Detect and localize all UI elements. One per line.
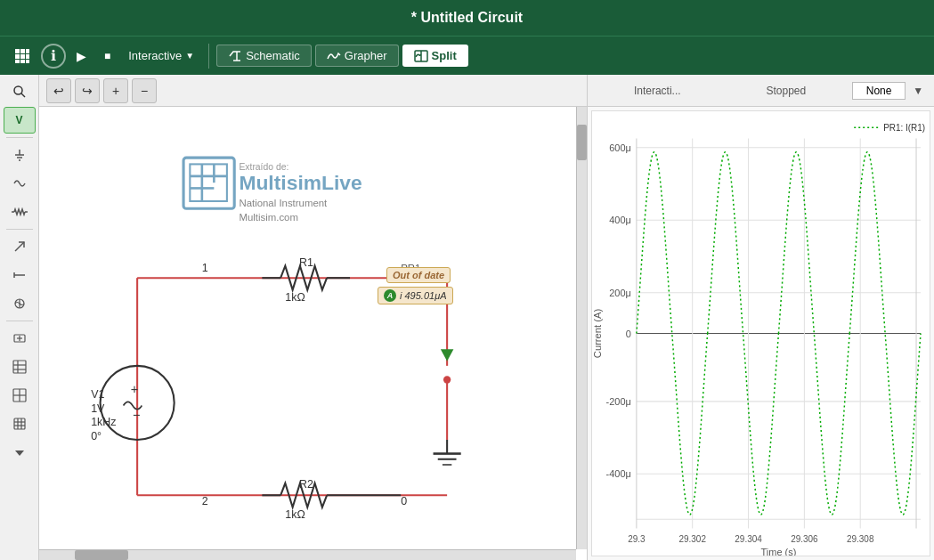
svg-rect-1 — [20, 49, 25, 53]
play-button[interactable]: ▶ — [69, 45, 93, 67]
svg-text:1kΩ: 1kΩ — [285, 508, 305, 521]
toolbar: ℹ ▶ ■ Interactive ▼ Schematic Grapher Sp… — [0, 36, 934, 75]
svg-rect-7 — [20, 60, 25, 63]
redo-button[interactable]: ↪ — [75, 78, 100, 103]
svg-rect-5 — [26, 54, 29, 59]
svg-point-14 — [14, 86, 22, 94]
sidebar-component-1[interactable] — [4, 290, 36, 317]
svg-rect-44 — [190, 164, 227, 201]
tab-grapher[interactable]: Grapher — [315, 45, 399, 67]
svg-text:600μ: 600μ — [609, 142, 631, 153]
probe-status: Out of date — [393, 270, 444, 280]
schematic-area[interactable]: ↩ ↪ + − Ex — [39, 75, 587, 560]
svg-text:National Instrument: National Instrument — [239, 198, 328, 208]
sidebar-arrow-down[interactable] — [4, 439, 36, 466]
svg-marker-78 — [441, 349, 454, 361]
toolbar-separator — [208, 44, 209, 69]
svg-text:V1: V1 — [91, 388, 104, 401]
tab-schematic-label: Schematic — [246, 49, 300, 62]
svg-text:-400μ: -400μ — [606, 468, 631, 479]
sidebar-component-4[interactable] — [4, 410, 36, 437]
svg-marker-42 — [15, 450, 24, 456]
sidebar-component-3[interactable] — [4, 382, 36, 409]
grapher-content: PR1: I(R1) Current (A) — [591, 110, 930, 556]
tab-split[interactable]: Split — [402, 45, 468, 67]
svg-line-22 — [15, 242, 24, 251]
svg-text:0°: 0° — [91, 430, 102, 442]
sidebar-wire[interactable] — [4, 262, 36, 288]
probe-indicator: A — [384, 289, 396, 302]
remove-element-button[interactable]: − — [132, 78, 157, 103]
svg-text:0: 0 — [626, 328, 631, 338]
svg-text:29.302: 29.302 — [678, 534, 706, 544]
svg-rect-37 — [14, 418, 25, 429]
add-element-button[interactable]: + — [103, 78, 128, 103]
undo-button[interactable]: ↩ — [46, 78, 71, 103]
title-bar: * Untitled Circuit — [0, 0, 934, 36]
svg-text:29.3: 29.3 — [628, 534, 646, 544]
svg-text:-200μ: -200μ — [606, 396, 631, 407]
circuit-diagram[interactable]: Extraído de: MultisimLive National Instr… — [39, 107, 587, 560]
svg-line-15 — [21, 93, 25, 97]
sidebar-sep-3 — [6, 321, 33, 321]
svg-rect-6 — [15, 60, 20, 63]
grapher-channel-select[interactable]: None — [852, 82, 906, 100]
info-button[interactable]: ℹ — [41, 44, 66, 69]
schematic-toolbar: ↩ ↪ + − — [39, 75, 587, 107]
probe-value: i 495.01μA — [400, 290, 447, 301]
app-title: * Untitled Circuit — [411, 10, 523, 26]
sidebar-measure[interactable] — [4, 325, 36, 352]
vertical-scrollbar[interactable] — [576, 107, 587, 549]
sidebar-search[interactable] — [4, 78, 36, 105]
svg-text:200μ: 200μ — [609, 288, 631, 298]
grapher-status-label: Interacti... — [595, 83, 720, 99]
svg-text:Time (s): Time (s) — [761, 547, 797, 556]
app-grid-button[interactable] — [7, 45, 37, 68]
svg-text:−: − — [133, 408, 141, 422]
svg-text:PR1: I(R1): PR1: I(R1) — [883, 123, 925, 133]
sidebar-sep-1 — [6, 137, 33, 138]
svg-rect-4 — [20, 54, 25, 59]
sidebar-ground[interactable] — [4, 142, 36, 168]
sidebar-arrow[interactable] — [4, 233, 36, 260]
svg-text:Multisim.com: Multisim.com — [239, 212, 298, 223]
probe-tooltip: Out of date — [386, 267, 451, 283]
svg-rect-8 — [26, 60, 29, 63]
svg-text:29.304: 29.304 — [735, 534, 762, 544]
grapher-panel: Interacti... Stopped None ▼ PR1: I(R1) C… — [587, 75, 934, 560]
tab-grapher-label: Grapher — [345, 49, 387, 62]
grapher-simulation-state: Stopped — [724, 83, 849, 99]
svg-rect-2 — [26, 49, 29, 53]
svg-text:MultisimLive: MultisimLive — [239, 171, 361, 194]
svg-text:400μ: 400μ — [609, 215, 631, 225]
svg-text:1kΩ: 1kΩ — [285, 291, 305, 304]
graph-svg: 600μ 400μ 200μ 0 -200μ -400μ 29.3 29.302… — [592, 111, 930, 556]
sidebar-voltage-meter[interactable]: V — [4, 107, 36, 134]
svg-rect-3 — [15, 54, 20, 59]
tab-schematic[interactable]: Schematic — [216, 45, 312, 67]
svg-text:Extraído de:: Extraído de: — [239, 162, 288, 172]
left-sidebar: V — [0, 75, 39, 560]
svg-text:Current (A): Current (A) — [592, 309, 603, 358]
grapher-dropdown-button[interactable]: ▼ — [909, 83, 927, 99]
tab-split-label: Split — [432, 49, 457, 62]
grapher-toolbar: Interacti... Stopped None ▼ — [588, 75, 934, 107]
svg-text:29.308: 29.308 — [847, 534, 874, 544]
horizontal-scrollbar[interactable] — [39, 549, 576, 560]
sidebar-resistor[interactable] — [4, 199, 36, 225]
svg-text:1V: 1V — [91, 402, 105, 415]
interactive-mode-label: Interactive — [128, 49, 182, 62]
svg-rect-30 — [13, 361, 26, 373]
svg-text:+: + — [131, 382, 139, 396]
stop-button[interactable]: ■ — [97, 46, 118, 66]
sidebar-ac-source[interactable] — [4, 170, 36, 197]
svg-rect-0 — [15, 49, 20, 53]
sidebar-sep-2 — [6, 229, 33, 230]
interactive-mode-button[interactable]: Interactive ▼ — [121, 45, 201, 66]
svg-text:29.306: 29.306 — [791, 534, 818, 544]
probe-value-tooltip: A i 495.01μA — [378, 287, 453, 304]
sidebar-component-2[interactable] — [4, 353, 36, 380]
svg-text:0: 0 — [401, 495, 407, 507]
dropdown-icon: ▼ — [185, 51, 194, 61]
svg-text:2: 2 — [202, 495, 208, 507]
